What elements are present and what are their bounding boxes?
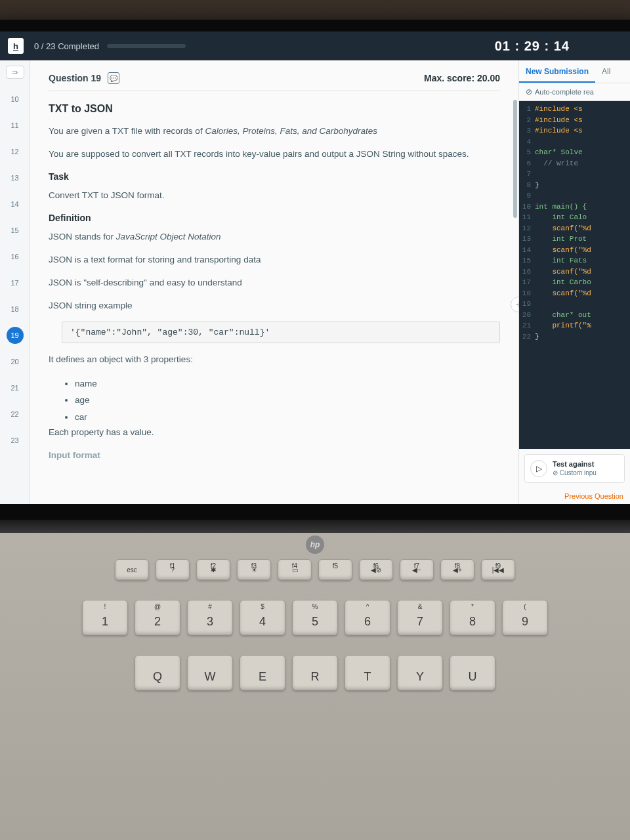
tab-all-submissions[interactable]: All: [595, 60, 617, 83]
keyboard-key: $4: [240, 600, 285, 635]
collapse-sidebar-button[interactable]: ⇒: [6, 66, 24, 79]
json-example-code: '{"name":"John", "age":30, "car":null}': [62, 322, 500, 343]
keyboard-key: T: [345, 655, 390, 690]
keyboard-key: f2✱: [196, 559, 230, 580]
keyboard-key: W: [187, 655, 233, 690]
question-label: Question 19: [49, 73, 101, 83]
test-label: Test against: [553, 460, 597, 468]
question-nav-21[interactable]: 21: [7, 379, 24, 396]
keyboard-key: U: [450, 655, 495, 690]
def-line-2: JSON is a text format for storing and tr…: [49, 253, 500, 268]
keyboard-key: &7: [397, 600, 443, 635]
keyboard-key: f9|◀◀: [481, 559, 515, 580]
problem-panel: Question 19 💬 Max. score: 20.00 TXT to J…: [30, 60, 518, 504]
def-line-1: JSON stands for JavaScript Object Notati…: [49, 230, 500, 245]
keyboard-key: f8◀+: [440, 559, 474, 580]
keyboard-key: f4▭: [278, 559, 312, 580]
question-nav-17[interactable]: 17: [7, 274, 24, 291]
topbar: h 0 / 23 Completed 01 : 29 : 14: [0, 32, 630, 60]
keyboard-key: Y: [397, 655, 443, 690]
keyboard-key: %5: [292, 600, 338, 635]
laptop-hinge: [0, 520, 630, 533]
keyboard-key: *8: [450, 600, 495, 635]
keyboard-key: f7◀−: [400, 559, 434, 580]
list-item: name: [75, 375, 500, 392]
test-icon: ▷: [530, 460, 547, 477]
previous-question-link[interactable]: Previous Question: [519, 488, 630, 504]
feedback-icon[interactable]: 💬: [108, 72, 119, 84]
site-logo[interactable]: h: [8, 38, 24, 54]
question-nav-10[interactable]: 10: [7, 91, 24, 108]
keyboard-key: E: [240, 655, 285, 690]
question-nav-11[interactable]: 11: [7, 117, 24, 134]
autocomplete-toggle[interactable]: Auto-complete rea: [519, 83, 630, 101]
hp-logo: hp: [306, 536, 324, 554]
timer: 01 : 29 : 14: [495, 39, 570, 54]
keyboard-key: (9: [502, 600, 548, 635]
question-nav-14[interactable]: 14: [7, 196, 24, 213]
keyboard-key: @2: [135, 600, 180, 635]
keyboard-key: !1: [82, 600, 128, 635]
problem-title: TXT to JSON: [49, 103, 500, 115]
problem-intro-1: You are given a TXT file with records of…: [49, 124, 500, 139]
properties-list: nameagecar: [75, 375, 500, 426]
list-item: car: [75, 409, 500, 426]
keyboard-key: #3: [187, 600, 233, 635]
keyboard-key: f1?: [156, 559, 190, 580]
keyboard-key: f3☀: [237, 559, 271, 580]
keyboard-key: ^6: [345, 600, 390, 635]
expand-panel-button[interactable]: +: [511, 297, 518, 312]
question-nav-15[interactable]: 15: [7, 222, 24, 239]
question-nav-23[interactable]: 23: [7, 432, 24, 449]
keyboard-key: R: [292, 655, 338, 690]
problem-intro-2: You are supposed to convert all TXT reco…: [49, 147, 500, 162]
after-example: It defines an object with 3 properties:: [49, 352, 500, 368]
code-panel: New Submission All Auto-complete rea 1#i…: [518, 60, 630, 504]
question-nav-20[interactable]: 20: [7, 353, 24, 370]
keyboard-key: f5: [318, 559, 352, 580]
test-custom-input[interactable]: ▷ Test against Custom inpu: [524, 454, 625, 483]
question-nav-13[interactable]: 13: [7, 169, 24, 186]
question-nav-18[interactable]: 18: [7, 301, 24, 318]
code-editor[interactable]: 1#include <s2#include <s3#include <s45ch…: [519, 101, 630, 449]
screen: h 0 / 23 Completed 01 : 29 : 14 ⇒ 101112…: [0, 32, 630, 504]
question-nav-16[interactable]: 16: [7, 248, 24, 265]
tab-new-submission[interactable]: New Submission: [519, 60, 595, 83]
question-sidebar: ⇒ 1011121314151617181920212223: [0, 60, 30, 504]
keyboard-key: f6◀⊘: [359, 559, 393, 580]
question-nav-19[interactable]: 19: [7, 327, 24, 344]
question-nav-12[interactable]: 12: [7, 143, 24, 160]
list-item: age: [75, 392, 500, 409]
keyboard-key: Q: [135, 655, 180, 690]
task-text: Convert TXT to JSON format.: [49, 188, 500, 203]
after-props: Each property has a value.: [49, 425, 500, 440]
progress-label: 0 / 23 Completed: [34, 41, 99, 51]
keyboard-key: esc: [115, 559, 149, 580]
question-nav-22[interactable]: 22: [7, 406, 24, 423]
input-format-heading: Input format: [49, 448, 500, 463]
test-sublabel: Custom inpu: [553, 469, 597, 476]
def-line-3: JSON is "self-describing" and easy to un…: [49, 276, 500, 291]
laptop-deck: hp escf1?f2✱f3☀f4▭f5f6◀⊘f7◀−f8◀+f9|◀◀ !1…: [0, 533, 630, 840]
example-heading: JSON string example: [49, 299, 500, 314]
task-heading: Task: [49, 171, 500, 182]
definition-heading: Definition: [49, 213, 500, 223]
progress-bar: [107, 44, 186, 48]
max-score: Max. score: 20.00: [424, 73, 500, 83]
